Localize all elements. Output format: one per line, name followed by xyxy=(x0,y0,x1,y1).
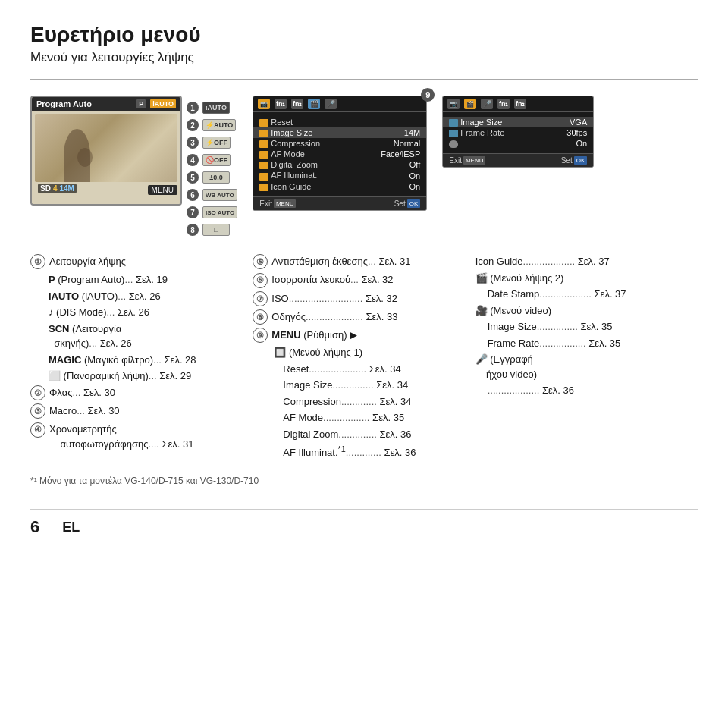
entry-iauto: iAUTO (iAUTO)... Σελ. 26 xyxy=(49,289,240,304)
entry-scn: SCN (Λειτουργία σκηνής)... Σελ. 26 xyxy=(49,322,240,351)
entry-dis-mode: ♪ (DIS Mode)... Σελ. 26 xyxy=(49,305,240,320)
entry-menu-section: ⑨ MENU (Ρύθμιση) ▶ 🔲 (Μενού λήψης 1) Res… xyxy=(253,328,463,460)
cam-num-1: 1 iAUTO xyxy=(187,102,237,114)
tab-mic: 🎤 xyxy=(325,99,337,109)
menu2-row-imagesize: Image Size VGA xyxy=(443,117,593,127)
entry-reset: Reset..................... Σελ. 34 xyxy=(283,362,463,377)
afilluminat-icon xyxy=(259,173,268,181)
entry-shooting-mode: ① Λειτουργία λήψης xyxy=(30,254,240,269)
entry-audio-rec: 🎤 (Εγγραφή ήχου video) xyxy=(475,352,698,381)
mic2-icon xyxy=(449,140,458,148)
entry-panorama: ⬜ (Πανοραμική λήψη)... Σελ. 29 xyxy=(49,369,240,384)
screenshots-row: Program Auto P iAUTO SD 4 14M xyxy=(30,96,698,236)
entry-video-imagesize: Image Size............... Σελ. 35 xyxy=(488,319,698,334)
menu-exitbar2: Exit MENU Set OK xyxy=(443,153,593,167)
content-col2: ⑤ Αντιστάθμιση έκθεσης... Σελ. 31 ⑥ Ισορ… xyxy=(253,254,475,462)
main-content: ① Λειτουργία λήψης P (Program Auto)... Σ… xyxy=(30,254,698,462)
entry-compression: Compression............. Σελ. 34 xyxy=(283,394,463,410)
tab2-fn1: fn₁ xyxy=(497,99,510,109)
menu-label: MENU xyxy=(148,185,177,195)
compression-icon xyxy=(259,140,268,148)
entry-shooting-menu1: 🔲 (Μενού λήψης 1) xyxy=(274,345,463,360)
footer: 6 EL xyxy=(30,509,698,537)
menu-tabs2: 📷 🎬 🎤 fn₁ fn₂ xyxy=(443,96,593,112)
cam-num-5: 5 ±0.0 xyxy=(187,171,237,184)
digitalzoom-icon xyxy=(259,162,268,169)
menu-row-afilluminat: AF Illuminat. On xyxy=(259,170,420,181)
entry-guide: ⑧ Οδηγός..................... Σελ. 33 xyxy=(253,309,463,325)
reset-icon xyxy=(259,119,268,127)
exit-button1[interactable]: Exit MENU xyxy=(259,199,296,208)
menu-row-digitalzoom: Digital Zoom Off xyxy=(259,159,420,170)
tab-camera1: 📷 xyxy=(258,99,270,109)
afmode-icon xyxy=(259,151,268,159)
entry-imagesize: Image Size............... Σελ. 34 xyxy=(283,378,463,393)
entry-datestamp: Date Stamp................... Σελ. 37 xyxy=(488,287,698,302)
entry-wb: ⑥ Ισορροπία λευκού... Σελ. 32 xyxy=(253,272,463,287)
entry-afilluminat: AF Illuminat.*1............. Σελ. 36 xyxy=(283,443,463,460)
camera-side-numbers: 1 iAUTO 2 ⚡AUTO 3 ⚡OFF 4 🚫OFF 5 ±0.0 xyxy=(187,96,237,236)
header-divider xyxy=(30,79,698,80)
page-number: 6 xyxy=(30,517,39,537)
content-col3: Icon Guide................... Σελ. 37 🎬 … xyxy=(475,254,698,462)
cam-num-2: 2 ⚡AUTO xyxy=(187,119,237,131)
entry-video-menu: 🎥 (Μενού video) xyxy=(475,303,698,319)
camera-display: Program Auto P iAUTO SD 4 14M xyxy=(30,96,182,206)
entry-program-auto: P (Program Auto)... Σελ. 19 xyxy=(49,272,240,287)
tab-fn2: fn₂ xyxy=(291,99,303,109)
menu-exitbar1: Exit MENU Set OK xyxy=(253,196,426,210)
language-label: EL xyxy=(62,520,80,535)
entry-iso: ⑦ ISO........................... Σελ. 32 xyxy=(253,291,463,306)
tab2-fn2: fn₂ xyxy=(514,99,526,109)
cam-num-3: 3 ⚡OFF xyxy=(187,137,237,149)
entry-exposure: ⑤ Αντιστάθμιση έκθεσης... Σελ. 31 xyxy=(253,254,463,269)
set-button2[interactable]: Set OK xyxy=(561,156,588,165)
content-col1: ① Λειτουργία λήψης P (Program Auto)... Σ… xyxy=(30,254,253,462)
camera-photo xyxy=(35,114,177,182)
menu-row-reset: Reset xyxy=(259,117,420,127)
entry-shooting-menu2: 🎬 (Μενού λήψης 2) xyxy=(475,271,698,286)
entry-iconguide: Icon Guide................... Σελ. 37 xyxy=(475,254,698,269)
exit-button2[interactable]: Exit MENU xyxy=(449,156,485,165)
menu2-row-framerate: Frame Rate 30fps xyxy=(449,127,587,138)
menu-row-compression: Compression Normal xyxy=(259,138,420,149)
tab2-camera2: 🎬 xyxy=(464,99,476,109)
menu-screen2-wrap: 📷 🎬 🎤 fn₁ fn₂ Image Size VGA Frame Rate … xyxy=(442,96,594,168)
page-title: Ευρετήριο μενού Μενού για λειτουργίες λή… xyxy=(30,23,698,65)
entry-macro: ③ Macro... Σελ. 30 xyxy=(30,403,240,419)
camera-section: Program Auto P iAUTO SD 4 14M xyxy=(30,96,237,236)
entry-digitalzoom: Digital Zoom.............. Σελ. 36 xyxy=(283,427,463,442)
entry-flash: ② Φλας... Σελ. 30 xyxy=(30,385,240,400)
cam-num-8: 8 □ xyxy=(187,224,237,236)
menu-row-imagesize: Image Size 14M xyxy=(253,127,426,138)
menu-row-afmode: AF Mode Face/iESP xyxy=(259,149,420,159)
entry-afmode: AF Mode................. Σελ. 35 xyxy=(283,410,463,425)
camera-header: Program Auto P iAUTO xyxy=(32,97,180,111)
footnote: *¹ Μόνο για τα μοντέλα VG-140/D-715 και … xyxy=(30,476,698,486)
entry-timer: ④ Χρονομετρητής αυτοφωτογράφησης.... Σελ… xyxy=(30,422,240,451)
entry-audio-rec-ref: ................... Σελ. 36 xyxy=(488,383,698,398)
menu-screen1-wrap: 9 📷 fn₁ fn₂ 🎬 🎤 Reset Image Size xyxy=(253,96,427,211)
imagesize-icon xyxy=(259,130,268,137)
tab2-mic: 🎤 xyxy=(481,99,493,109)
entry-framerate: Frame Rate................. Σελ. 35 xyxy=(488,336,698,351)
menu-tabs: 📷 fn₁ fn₂ 🎬 🎤 xyxy=(253,96,426,112)
set-button1[interactable]: Set OK xyxy=(394,199,421,208)
tab-video: 🎬 xyxy=(308,99,320,109)
imagesize2-icon xyxy=(449,119,458,127)
tab-fn1: fn₁ xyxy=(275,99,287,109)
menu2-row-mic: On xyxy=(449,138,587,149)
menu-screen1: 📷 fn₁ fn₂ 🎬 🎤 Reset Image Size 14M xyxy=(253,96,427,211)
framerate-icon xyxy=(449,130,458,137)
entry-magic: MAGIC (Μαγικό φίλτρο)... Σελ. 28 xyxy=(49,353,240,368)
menu-screen2: 📷 🎬 🎤 fn₁ fn₂ Image Size VGA Frame Rate … xyxy=(442,96,594,168)
menu-row-iconguide: Icon Guide On xyxy=(259,181,420,192)
iconguide-icon xyxy=(259,184,268,191)
tab2-camera1: 📷 xyxy=(447,99,460,109)
cam-num-7: 7 ISO AUTO xyxy=(187,206,237,218)
cam-num-4: 4 🚫OFF xyxy=(187,154,237,166)
cam-num-6: 6 WB AUTO xyxy=(187,189,237,201)
